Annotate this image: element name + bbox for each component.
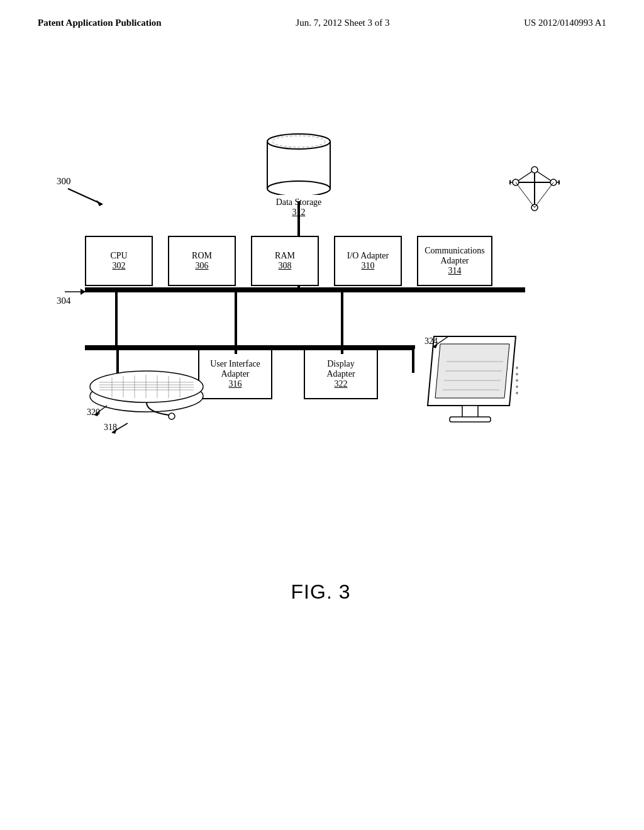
arrow-304 <box>62 284 90 300</box>
display-adapter-label: DisplayAdapter <box>326 359 355 379</box>
svg-line-16 <box>516 182 535 208</box>
comm-label: CommunicationsAdapter <box>425 246 485 266</box>
page-header: Patent Application Publication Jun. 7, 2… <box>0 0 644 28</box>
diagram-area: 300 Data Storage 312 CPU 302 <box>50 126 591 566</box>
vline-keyboard <box>116 348 119 373</box>
vline-display-down <box>341 287 343 348</box>
data-storage-icon <box>261 126 336 195</box>
header-right: US 2012/0140993 A1 <box>524 18 606 28</box>
svg-rect-44 <box>450 417 491 422</box>
rom-label: ROM <box>192 251 212 261</box>
svg-marker-1 <box>96 200 103 206</box>
arrow-300 <box>62 182 112 208</box>
vline-display-bottom <box>341 348 343 354</box>
cpu-box: CPU 302 <box>85 236 153 286</box>
vline-cpu-down <box>115 287 118 348</box>
svg-point-53 <box>516 392 518 394</box>
comm-adapter-box: CommunicationsAdapter 314 <box>417 236 492 286</box>
svg-marker-21 <box>558 180 560 185</box>
svg-marker-40 <box>112 429 117 434</box>
svg-point-52 <box>516 385 518 388</box>
arrow-320 <box>88 402 113 421</box>
vline-ui-down <box>235 287 237 348</box>
io-label: I/O Adapter <box>347 251 389 261</box>
arrow-318 <box>106 420 137 439</box>
io-adapter-box: I/O Adapter 310 <box>334 236 402 286</box>
io-ref: 310 <box>362 261 375 271</box>
ui-adapter-box: User InterfaceAdapter 316 <box>198 349 272 399</box>
ram-label: RAM <box>275 251 295 261</box>
svg-point-24 <box>90 371 203 402</box>
svg-rect-43 <box>462 406 478 418</box>
svg-line-17 <box>535 182 553 208</box>
main-bus <box>85 287 525 292</box>
ram-box: RAM 308 <box>251 236 319 286</box>
svg-marker-7 <box>80 289 86 295</box>
arrow-324 <box>426 333 458 352</box>
header-center: Jun. 7, 2012 Sheet 3 of 3 <box>296 18 389 28</box>
comm-ref: 314 <box>448 266 462 276</box>
svg-point-36 <box>169 413 175 419</box>
cpu-ref: 302 <box>113 261 126 271</box>
svg-point-14 <box>531 167 538 173</box>
svg-marker-38 <box>94 411 99 416</box>
svg-marker-19 <box>509 180 511 185</box>
svg-point-50 <box>516 373 518 375</box>
svg-point-3 <box>267 181 330 195</box>
rom-ref: 306 <box>196 261 209 271</box>
ui-adapter-ref: 316 <box>229 379 242 389</box>
ui-adapter-label: User InterfaceAdapter <box>210 359 260 379</box>
svg-point-51 <box>516 379 518 382</box>
ram-ref: 308 <box>279 261 292 271</box>
vline-monitor <box>412 348 414 373</box>
figure-label: FIG. 3 <box>291 580 351 604</box>
components-row: CPU 302 ROM 306 RAM 308 I/O Adapter 310 … <box>85 236 492 286</box>
display-adapter-ref: 322 <box>335 379 348 389</box>
header-left: Patent Application Publication <box>38 18 162 28</box>
svg-marker-55 <box>433 343 438 348</box>
hline-bus-keyboard <box>116 348 237 350</box>
display-adapter-box: DisplayAdapter 322 <box>304 349 378 399</box>
rom-box: ROM 306 <box>168 236 236 286</box>
svg-point-4 <box>267 134 330 149</box>
comm-network-icon <box>509 163 560 220</box>
cpu-label: CPU <box>110 251 127 261</box>
svg-point-49 <box>516 367 518 369</box>
